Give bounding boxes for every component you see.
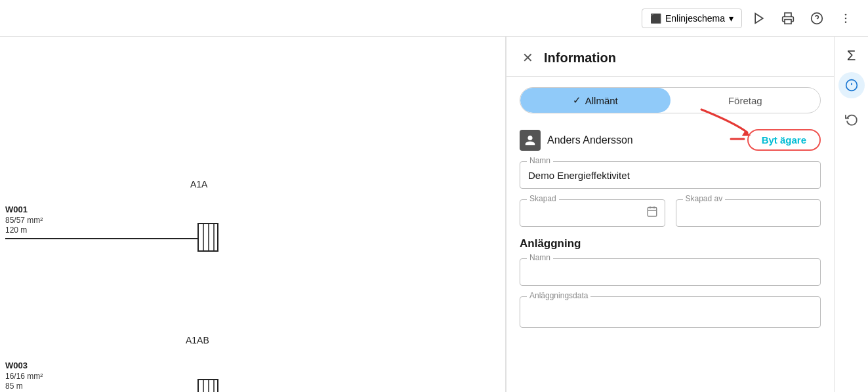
close-button[interactable]: ✕ <box>520 47 536 68</box>
skapad-label: Skapad <box>527 194 559 203</box>
namn-input[interactable] <box>528 167 812 183</box>
main-layout: A1A W001 85/57 mm² 120 m A1AB W003 16/16… <box>0 37 868 392</box>
tab-foretag-label: Företag <box>728 95 762 106</box>
help-button[interactable] <box>805 7 829 30</box>
form-section: Namn Skapad Skapad av Anläggning <box>506 161 834 349</box>
svg-text:16/16  mm²: 16/16 mm² <box>5 372 43 381</box>
right-toolbar: Σ <box>834 37 868 392</box>
svg-text:A1AB: A1AB <box>186 335 209 345</box>
svg-text:A1A: A1A <box>190 179 208 189</box>
anlaggning-heading: Anläggning <box>520 237 821 250</box>
check-icon: ✓ <box>573 94 581 106</box>
anlaggningsdata-input[interactable] <box>528 302 812 318</box>
svg-marker-0 <box>755 13 763 23</box>
sigma-icon: Σ <box>847 47 856 64</box>
schema-label: Enlinjeschema <box>665 13 725 24</box>
namn-label: Namn <box>527 156 553 165</box>
svg-rect-29 <box>648 208 657 217</box>
anlaggning-namn-input[interactable] <box>528 264 812 280</box>
more-button[interactable] <box>834 7 858 30</box>
diagram-svg: A1A W001 85/57 mm² 120 m A1AB W003 16/16… <box>0 37 505 392</box>
tab-bar: ✓ Allmänt Företag <box>520 87 821 113</box>
print-button[interactable] <box>776 7 800 30</box>
diagram-area: A1A W001 85/57 mm² 120 m A1AB W003 16/16… <box>0 37 506 392</box>
skapad-row: Skapad Skapad av <box>520 199 821 227</box>
svg-text:85 m: 85 m <box>5 382 23 391</box>
tab-allman[interactable]: ✓ Allmänt <box>520 88 671 113</box>
byt-agare-container: Byt ägare <box>747 129 821 151</box>
svg-text:120 m: 120 m <box>5 225 27 235</box>
anlaggning-namn-field-group: Namn <box>520 258 821 286</box>
tab-allman-label: Allmänt <box>585 95 618 106</box>
byt-agare-button[interactable]: Byt ägare <box>747 129 821 151</box>
skapad-input[interactable] <box>528 205 657 221</box>
skapad-field-group: Skapad <box>520 199 665 227</box>
skapad-av-field-group: Skapad av <box>676 199 821 227</box>
chevron-down-icon: ▾ <box>729 13 734 24</box>
schema-dropdown[interactable]: ⬛ Enlinjeschema ▾ <box>642 9 742 28</box>
owner-name: Anders Andersson <box>547 134 633 146</box>
person-icon <box>520 130 541 151</box>
owner-info: Anders Andersson <box>520 130 633 151</box>
byt-agare-label: Byt ägare <box>762 134 806 146</box>
owner-row: Anders Andersson Byt ägare <box>506 124 834 161</box>
anlaggningsdata-label: Anläggningsdata <box>527 291 590 300</box>
panel-header: ✕ Information <box>506 37 834 77</box>
svg-point-6 <box>845 21 847 23</box>
tab-foretag[interactable]: Företag <box>671 88 821 113</box>
play-button[interactable] <box>747 7 771 30</box>
svg-point-4 <box>845 13 847 15</box>
panel-title: Information <box>544 50 616 66</box>
info-toolbar-button[interactable] <box>838 72 865 98</box>
top-header: ⬛ Enlinjeschema ▾ <box>0 0 868 37</box>
namn-field-group: Namn <box>520 161 821 189</box>
svg-rect-1 <box>785 19 791 24</box>
anlaggningsdata-field-group: Anläggningsdata <box>520 296 821 328</box>
svg-text:W003: W003 <box>5 361 28 370</box>
svg-point-5 <box>845 17 847 19</box>
skapad-av-input[interactable] <box>684 205 813 221</box>
schema-icon: ⬛ <box>650 13 661 24</box>
svg-rect-12 <box>198 224 218 251</box>
info-panel: ✕ Information ✓ Allmänt Företag Anders A… <box>506 37 834 392</box>
history-toolbar-button[interactable] <box>838 106 865 132</box>
anlaggning-namn-label: Namn <box>527 253 553 262</box>
svg-text:W001: W001 <box>5 205 28 214</box>
svg-text:85/57 mm²: 85/57 mm² <box>5 216 43 225</box>
skapad-av-label: Skapad av <box>683 194 726 203</box>
svg-rect-22 <box>198 380 218 392</box>
calendar-icon <box>646 206 658 221</box>
